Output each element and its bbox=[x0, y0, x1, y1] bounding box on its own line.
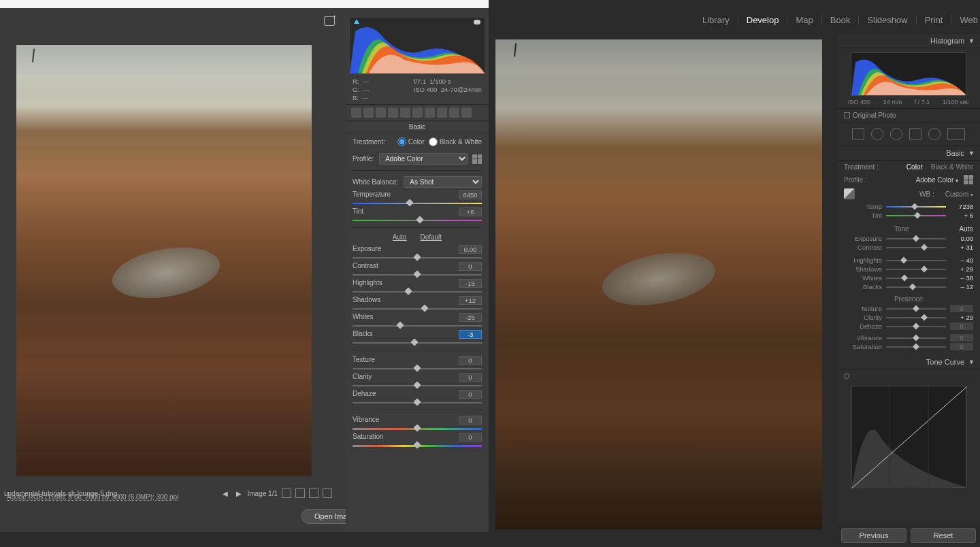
lr-develop-panel: Histogram▼ ISO 400 24 mm f / 7.1 1/100 s… bbox=[837, 34, 980, 547]
default-link[interactable]: Default bbox=[420, 233, 442, 241]
prev-image-arrow[interactable]: ◀ bbox=[220, 490, 230, 497]
hsl-tab-icon[interactable] bbox=[388, 107, 398, 118]
acr-whites-slider[interactable]: Whites-25 bbox=[346, 312, 489, 329]
nav-develop[interactable]: Develop bbox=[738, 15, 788, 25]
settings-menu-icon[interactable] bbox=[323, 488, 332, 498]
tone-curve-graph[interactable] bbox=[851, 386, 966, 488]
acr-tint-slider[interactable]: Tint+6 bbox=[346, 206, 489, 223]
detail-tab-icon[interactable] bbox=[376, 107, 386, 118]
acr-histogram[interactable] bbox=[350, 18, 485, 73]
lr-histogram[interactable] bbox=[851, 52, 966, 96]
lr-blacks-slider[interactable]: Blacks– 12 bbox=[837, 282, 980, 291]
nav-book[interactable]: Book bbox=[822, 15, 860, 25]
nav-print[interactable]: Print bbox=[917, 15, 952, 25]
acr-highlights-slider[interactable]: Highlights-15 bbox=[346, 278, 489, 295]
next-image-arrow[interactable]: ▶ bbox=[234, 490, 244, 497]
treatment-bw-radio[interactable]: Black & White bbox=[429, 137, 482, 146]
lr-contrast-slider[interactable]: Contrast+ 31 bbox=[837, 243, 980, 252]
lr-treatment-bw[interactable]: Black & White bbox=[923, 163, 973, 171]
lr-exif-readout: ISO 400 24 mm f / 7.1 1/100 sec bbox=[837, 97, 980, 108]
acr-clarity-slider[interactable]: Clarity0 bbox=[346, 371, 489, 388]
acr-contrast-slider[interactable]: Contrast0 bbox=[346, 261, 489, 278]
lr-profile-label: Profile : bbox=[844, 176, 867, 184]
nav-map[interactable]: Map bbox=[787, 15, 821, 25]
auto-tone-button[interactable]: Auto bbox=[959, 225, 973, 233]
lr-saturation-slider[interactable]: Saturation0 bbox=[837, 342, 980, 351]
acr-texture-slider[interactable]: Texture0 bbox=[346, 354, 489, 371]
spot-tool-icon[interactable] bbox=[871, 128, 883, 140]
acr-exif-readout: R: --- G: --- B: --- f/7.1 1/100 s ISO 4… bbox=[346, 76, 489, 104]
radial-tool-icon[interactable] bbox=[928, 128, 941, 140]
lr-module-nav: LibraryDevelopMapBookSlideshowPrintWeb bbox=[694, 15, 980, 25]
profile-select[interactable]: Adobe Color bbox=[379, 153, 468, 165]
lr-tool-strip bbox=[837, 122, 980, 146]
basic-tab-icon[interactable] bbox=[351, 107, 361, 118]
lr-exposure-slider[interactable]: Exposure0.00 bbox=[837, 234, 980, 243]
acr-exposure-slider[interactable]: Exposure0.00 bbox=[346, 244, 489, 261]
wb-select[interactable]: As Shot bbox=[404, 176, 482, 188]
point-curve-icon[interactable] bbox=[844, 374, 849, 379]
reset-button[interactable]: Reset bbox=[911, 528, 976, 543]
acr-temperature-slider[interactable]: Temperature6450 bbox=[346, 189, 489, 206]
lr-treatment-color[interactable]: Color bbox=[898, 163, 923, 171]
acr-image-preview[interactable] bbox=[16, 45, 312, 476]
lr-vibrance-slider[interactable]: Vibrance0 bbox=[837, 333, 980, 342]
acr-settings-panel: R: --- G: --- B: --- f/7.1 1/100 s ISO 4… bbox=[346, 16, 489, 532]
acr-shadows-slider[interactable]: Shadows+12 bbox=[346, 295, 489, 312]
lr-dehaze-slider[interactable]: Dehaze0 bbox=[837, 322, 980, 331]
lr-profile-browser-icon[interactable] bbox=[964, 175, 973, 184]
camera-raw-dialog: undamental-tutorials-slr-lounge-5.dng ◀ … bbox=[0, 8, 489, 532]
wb-eyedropper-icon[interactable] bbox=[844, 188, 855, 199]
grid-view-icon[interactable] bbox=[309, 488, 318, 498]
auto-link[interactable]: Auto bbox=[393, 233, 407, 241]
lr-wb-label: WB : bbox=[919, 190, 934, 198]
lr-image-preview[interactable] bbox=[495, 39, 822, 529]
lr-whites-slider[interactable]: Whites– 38 bbox=[837, 274, 980, 282]
workflow-options-link[interactable]: Adobe RGB (1998); 8 bit; 2000 by 3000 (6… bbox=[7, 493, 178, 501]
image-counter: Image 1/1 bbox=[248, 490, 278, 497]
basic-section-header[interactable]: Basic▼ bbox=[837, 146, 980, 161]
zoom-icon[interactable] bbox=[295, 488, 305, 498]
treatment-color-radio[interactable]: Color bbox=[397, 137, 425, 146]
lr-shadows-slider[interactable]: Shadows+ 29 bbox=[837, 265, 980, 274]
presence-subheader: Presence bbox=[837, 291, 980, 304]
original-photo-toggle[interactable]: Original Photo bbox=[837, 108, 980, 122]
lr-profile-value[interactable]: Adobe Color ▾ bbox=[916, 176, 958, 184]
acr-saturation-slider[interactable]: Saturation0 bbox=[346, 431, 489, 448]
lr-highlights-slider[interactable]: Highlights– 40 bbox=[837, 256, 980, 265]
wb-label: White Balance: bbox=[353, 178, 398, 186]
nav-slideshow[interactable]: Slideshow bbox=[859, 15, 916, 25]
brush-tool-icon[interactable] bbox=[947, 128, 965, 140]
snapshots-tab-icon[interactable] bbox=[461, 107, 472, 118]
gradient-tool-icon[interactable] bbox=[909, 128, 921, 140]
tone-subheader: Tone bbox=[894, 225, 909, 233]
lens-tab-icon[interactable] bbox=[412, 107, 423, 118]
redeye-tool-icon[interactable] bbox=[890, 128, 902, 140]
lr-clarity-slider[interactable]: Clarity+ 29 bbox=[837, 313, 980, 322]
nav-web[interactable]: Web bbox=[951, 15, 980, 25]
profile-browser-icon[interactable] bbox=[472, 154, 482, 164]
lr-tint-slider[interactable]: Tint+ 6 bbox=[837, 211, 980, 220]
acr-blacks-slider[interactable]: Blacks-3 bbox=[346, 329, 489, 346]
acr-dehaze-slider[interactable]: Dehaze0 bbox=[346, 388, 489, 405]
acr-vibrance-slider[interactable]: Vibrance0 bbox=[346, 414, 489, 431]
profile-label: Profile: bbox=[353, 155, 374, 163]
presets-tab-icon[interactable] bbox=[449, 107, 459, 118]
lr-wb-value[interactable]: Custom ▾ bbox=[945, 190, 973, 198]
treatment-label: Treatment: bbox=[353, 138, 385, 146]
curve-tab-icon[interactable] bbox=[363, 107, 374, 118]
lr-texture-slider[interactable]: Texture0 bbox=[837, 304, 980, 313]
acr-panel-title: Basic bbox=[346, 121, 489, 133]
lr-temp-slider[interactable]: Temp7238 bbox=[837, 202, 980, 211]
tone-curve-section-header[interactable]: Tone Curve▼ bbox=[837, 355, 980, 369]
previous-button[interactable]: Previous bbox=[841, 528, 906, 543]
compare-icon[interactable] bbox=[282, 488, 291, 498]
histogram-section-header[interactable]: Histogram▼ bbox=[837, 34, 980, 48]
split-tab-icon[interactable] bbox=[400, 107, 410, 118]
acr-tool-tabs bbox=[346, 104, 489, 121]
nav-library[interactable]: Library bbox=[694, 15, 738, 25]
crop-tool-icon[interactable] bbox=[852, 128, 864, 140]
lr-treatment-label: Treatment : bbox=[844, 163, 879, 171]
calib-tab-icon[interactable] bbox=[437, 107, 447, 118]
fx-tab-icon[interactable] bbox=[425, 107, 435, 118]
